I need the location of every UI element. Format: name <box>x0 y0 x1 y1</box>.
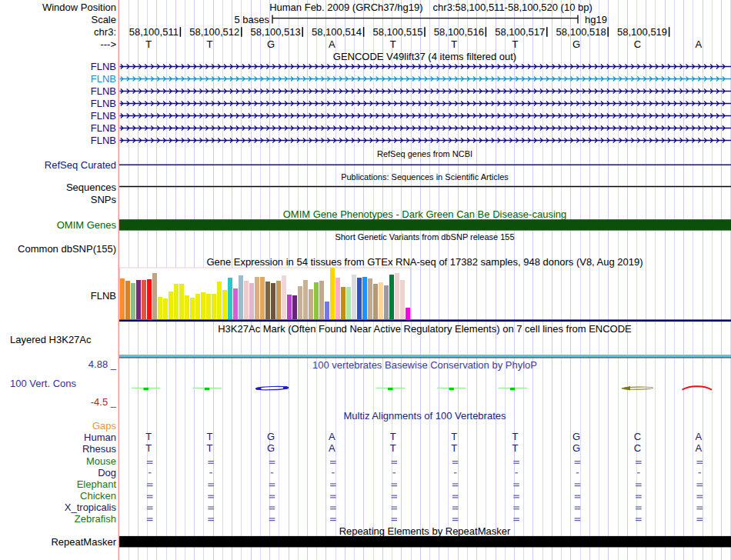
svg-text:RefSeq Curated: RefSeq Curated <box>45 159 116 171</box>
svg-text:T: T <box>207 431 213 442</box>
svg-text:Publications: Sequences in Sci: Publications: Sequences in Scientific Ar… <box>341 172 509 182</box>
svg-text:T: T <box>390 38 396 50</box>
svg-text:--->: ---> <box>100 38 116 50</box>
svg-text:58,100,516: 58,100,516 <box>434 26 484 38</box>
svg-text:Zebrafish: Zebrafish <box>75 513 116 525</box>
svg-text:T: T <box>451 442 457 454</box>
svg-text:A: A <box>329 442 335 454</box>
svg-text:FLNB: FLNB <box>91 110 116 122</box>
svg-text:C: C <box>634 38 641 50</box>
svg-text:Sequences: Sequences <box>66 182 117 193</box>
svg-text:hg19: hg19 <box>585 14 607 25</box>
svg-text:Window Position: Window Position <box>42 2 116 13</box>
svg-text:Gene Expression in 54 tissues: Gene Expression in 54 tissues from GTEx … <box>206 256 643 268</box>
svg-text:58,100,511: 58,100,511 <box>129 26 179 38</box>
svg-text:A: A <box>695 442 702 454</box>
svg-text:T: T <box>145 442 152 454</box>
svg-text:T: T <box>390 431 396 442</box>
svg-text:T: T <box>512 431 519 442</box>
svg-text:OMIM Gene Phenotypes - Dark Gr: OMIM Gene Phenotypes - Dark Green Can Be… <box>283 208 567 220</box>
svg-text:Common dbSNP(155): Common dbSNP(155) <box>18 243 116 255</box>
svg-text:A: A <box>695 38 702 50</box>
svg-text:T: T <box>207 38 213 50</box>
svg-text:Short Genetic Variants from db: Short Genetic Variants from dbSNP releas… <box>335 232 514 242</box>
svg-text:5 bases: 5 bases <box>234 14 269 25</box>
svg-text:FLNB: FLNB <box>91 290 116 302</box>
svg-text:58,100,517: 58,100,517 <box>495 26 545 38</box>
svg-text:T: T <box>145 431 152 442</box>
svg-text:T: T <box>451 38 457 50</box>
svg-text:G: G <box>267 38 275 50</box>
svg-text:Scale: Scale <box>91 14 116 25</box>
svg-text:T: T <box>145 38 152 50</box>
svg-text:58,100,513: 58,100,513 <box>251 26 301 38</box>
svg-text:A: A <box>329 38 335 50</box>
svg-text:Rhesus: Rhesus <box>82 443 117 455</box>
svg-text:4.88 _: 4.88 _ <box>88 358 117 370</box>
svg-text:T: T <box>207 442 213 454</box>
svg-text:58,100,514: 58,100,514 <box>312 26 362 38</box>
svg-text:Dog: Dog <box>98 467 116 478</box>
svg-text:Elephant: Elephant <box>77 478 117 490</box>
svg-text:Layered H3K27Ac: Layered H3K27Ac <box>10 334 92 345</box>
svg-text:T: T <box>390 442 396 454</box>
svg-text:Repeating Elements by RepeatMa: Repeating Elements by RepeatMasker <box>339 525 511 537</box>
svg-text:RepeatMasker: RepeatMasker <box>51 536 116 548</box>
svg-text:FLNB: FLNB <box>91 61 116 72</box>
svg-text:T: T <box>512 442 519 454</box>
svg-text:Human Feb. 2009 (GRCh37/hg19): Human Feb. 2009 (GRCh37/hg19) chr3:58,10… <box>269 2 592 13</box>
svg-text:Chicken: Chicken <box>80 490 116 502</box>
svg-text:OMIM Genes: OMIM Genes <box>57 219 117 231</box>
svg-text:G: G <box>572 442 580 454</box>
svg-text:FLNB: FLNB <box>91 73 116 85</box>
svg-text:C: C <box>634 442 641 454</box>
svg-text:SNPs: SNPs <box>91 194 117 205</box>
svg-text:G: G <box>267 431 275 442</box>
svg-text:FLNB: FLNB <box>91 135 116 146</box>
svg-text:T: T <box>512 38 519 50</box>
svg-text:RefSeq genes from NCBI: RefSeq genes from NCBI <box>377 149 472 158</box>
svg-text:-4.5 _: -4.5 _ <box>91 396 117 408</box>
svg-text:chr3:: chr3: <box>94 26 116 38</box>
svg-text:A: A <box>329 431 335 442</box>
svg-text:FLNB: FLNB <box>91 85 116 97</box>
svg-text:100 vertebrates Basewise Conse: 100 vertebrates Basewise Conservation by… <box>312 359 537 371</box>
svg-text:G: G <box>267 442 275 454</box>
svg-text:H3K27Ac Mark (Often Found Near: H3K27Ac Mark (Often Found Near Active Re… <box>218 323 632 335</box>
svg-text:GENCODE V49lift37 (4 items fil: GENCODE V49lift37 (4 items filtered out) <box>333 51 516 62</box>
svg-text:G: G <box>572 431 580 442</box>
svg-text:100 Vert. Cons: 100 Vert. Cons <box>10 378 76 389</box>
svg-text:58,100,519: 58,100,519 <box>617 26 667 38</box>
svg-text:Multiz Alignments of 100 Verte: Multiz Alignments of 100 Vertebrates <box>343 410 506 422</box>
svg-text:G: G <box>572 38 580 50</box>
svg-text:X_tropicalis: X_tropicalis <box>65 502 117 513</box>
svg-text:58,100,512: 58,100,512 <box>189 26 239 38</box>
svg-text:Human: Human <box>84 432 116 443</box>
svg-text:A: A <box>695 431 702 442</box>
svg-text:FLNB: FLNB <box>91 98 116 109</box>
svg-text:T: T <box>451 431 457 442</box>
svg-text:C: C <box>634 431 641 442</box>
svg-text:Mouse: Mouse <box>86 455 116 467</box>
svg-text:Gaps: Gaps <box>92 420 117 432</box>
svg-text:58,100,515: 58,100,515 <box>372 26 422 38</box>
svg-text:58,100,518: 58,100,518 <box>556 26 606 38</box>
svg-text:FLNB: FLNB <box>91 122 116 134</box>
